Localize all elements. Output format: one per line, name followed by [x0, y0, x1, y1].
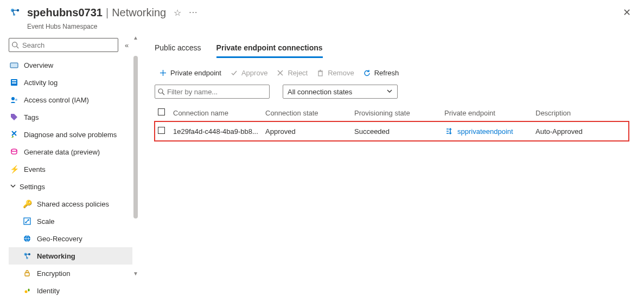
approve-button: Approve	[230, 69, 267, 77]
refresh-button[interactable]: Refresh	[363, 69, 399, 77]
resource-type-label: Event Hubs Namespace	[27, 23, 644, 35]
nav-label: Identity	[37, 287, 60, 295]
cell-connection-name: 1e29fa4d-c448-4ba9-bb8...	[170, 121, 262, 141]
nav-label: Scale	[37, 217, 55, 226]
sidebar-item-encryption[interactable]: Encryption	[9, 265, 132, 282]
sidebar-item-networking[interactable]: Networking	[9, 247, 132, 265]
col-connection-name[interactable]: Connection name	[170, 104, 262, 121]
sidebar-item-tags[interactable]: Tags	[9, 108, 132, 126]
sidebar-item-events[interactable]: ⚡Events	[9, 160, 132, 178]
toolbar: Private endpoint Approve Reject Remove R…	[155, 69, 629, 77]
row-checkbox[interactable]	[158, 127, 165, 134]
svg-rect-9	[12, 80, 16, 81]
toolbar-label: Private endpoint	[170, 69, 221, 77]
svg-rect-10	[12, 82, 16, 83]
nav-label: Tags	[24, 113, 39, 121]
sidebar-item-overview[interactable]: Overview	[9, 56, 132, 74]
refresh-icon	[363, 69, 371, 77]
nav-label: Encryption	[37, 269, 70, 278]
check-icon	[230, 69, 238, 77]
svg-point-11	[11, 97, 15, 100]
nav-label: Diagnose and solve problems	[24, 131, 117, 139]
svg-point-30	[158, 89, 163, 93]
nav-label: Activity log	[24, 79, 58, 87]
sidebar-nav: Overview Activity log Access control (IA…	[9, 56, 132, 296]
sidebar-search[interactable]	[9, 38, 118, 52]
title-separator: |	[106, 7, 109, 19]
sidebar-item-geo[interactable]: Geo-Recovery	[9, 230, 132, 247]
sidebar-group-settings[interactable]: Settings	[9, 178, 132, 195]
col-description[interactable]: Description	[532, 104, 629, 121]
plus-icon	[159, 69, 167, 77]
scroll-thumb[interactable]	[133, 56, 138, 218]
sidebar-item-diagnose[interactable]: Diagnose and solve problems	[9, 126, 132, 143]
lock-icon	[23, 269, 31, 278]
event-hubs-icon	[9, 6, 22, 19]
connections-table: Connection name Connection state Provisi…	[155, 104, 629, 141]
events-icon: ⚡	[10, 165, 18, 173]
more-actions-icon[interactable]: ···	[189, 8, 197, 17]
private-endpoint-link[interactable]: spprivateendpoint	[444, 127, 529, 136]
connection-state-select[interactable]: All connection states	[283, 85, 398, 99]
sidebar-item-generate[interactable]: Generate data (preview)	[9, 143, 132, 160]
svg-line-31	[162, 93, 164, 95]
private-endpoint-icon	[444, 127, 453, 136]
scroll-up-icon[interactable]: ▲	[133, 35, 138, 41]
globe-icon	[23, 234, 31, 243]
col-provisioning-state[interactable]: Provisioning state	[351, 104, 441, 121]
tab-public-access[interactable]: Public access	[155, 40, 201, 58]
svg-point-5	[12, 42, 17, 47]
svg-rect-7	[10, 63, 18, 68]
chevron-down-icon	[386, 88, 393, 96]
nav-label: Geo-Recovery	[37, 235, 82, 243]
select-all-checkbox[interactable]	[158, 108, 165, 115]
sidebar-item-activity[interactable]: Activity log	[9, 74, 132, 91]
sidebar-item-access[interactable]: Access control (IAM)	[9, 91, 132, 108]
svg-point-22	[25, 291, 28, 293]
add-private-endpoint-button[interactable]: Private endpoint	[159, 69, 221, 77]
sidebar-scrollbar[interactable]: ▲ ▼	[133, 35, 138, 296]
select-value: All connection states	[288, 88, 352, 96]
sidebar-item-identity[interactable]: Identity	[9, 282, 132, 296]
svg-point-12	[15, 99, 17, 101]
section-title: Networking	[112, 7, 166, 19]
scale-icon	[23, 217, 31, 226]
nav-label: Events	[24, 165, 46, 173]
resource-title: spehubns0731	[27, 7, 103, 19]
tags-icon	[10, 113, 18, 121]
collapse-sidebar-icon[interactable]: «	[125, 41, 129, 49]
sidebar-item-shared-policies[interactable]: 🔑Shared access policies	[9, 195, 132, 213]
endpoint-name: spprivateendpoint	[457, 127, 513, 136]
trash-icon	[316, 69, 324, 77]
col-private-endpoint[interactable]: Private endpoint	[441, 104, 532, 121]
diagnose-icon	[10, 130, 18, 139]
favorite-star-icon[interactable]: ☆	[174, 8, 181, 18]
nav-label: Overview	[24, 61, 53, 69]
close-icon[interactable]: ✕	[619, 4, 635, 21]
reject-button: Reject	[276, 69, 308, 77]
networking-icon	[23, 252, 31, 260]
filter-by-name[interactable]	[155, 85, 270, 99]
nav-label: Shared access policies	[37, 200, 109, 208]
nav-label: Access control (IAM)	[24, 96, 89, 104]
sidebar-item-scale[interactable]: Scale	[9, 213, 132, 230]
search-input[interactable]	[22, 41, 116, 49]
svg-line-6	[17, 47, 19, 49]
overview-icon	[10, 61, 18, 69]
cell-connection-state: Approved	[262, 121, 351, 141]
identity-icon	[23, 286, 31, 295]
table-row[interactable]: 1e29fa4d-c448-4ba9-bb8... Approved Succe…	[155, 121, 629, 141]
svg-point-13	[11, 149, 17, 151]
tab-private-endpoint[interactable]: Private endpoint connections	[216, 40, 323, 58]
nav-label: Networking	[37, 252, 75, 260]
remove-button: Remove	[316, 69, 354, 77]
scroll-down-icon[interactable]: ▼	[133, 271, 138, 276]
search-icon	[11, 41, 19, 49]
cell-provisioning-state: Succeeded	[351, 121, 441, 141]
filter-input[interactable]	[167, 88, 267, 96]
scroll-track[interactable]	[133, 43, 138, 271]
tab-list: Public access Private endpoint connectio…	[155, 40, 629, 58]
col-connection-state[interactable]: Connection state	[262, 104, 351, 121]
toolbar-label: Refresh	[374, 69, 399, 77]
table-header-row: Connection name Connection state Provisi…	[155, 104, 629, 121]
